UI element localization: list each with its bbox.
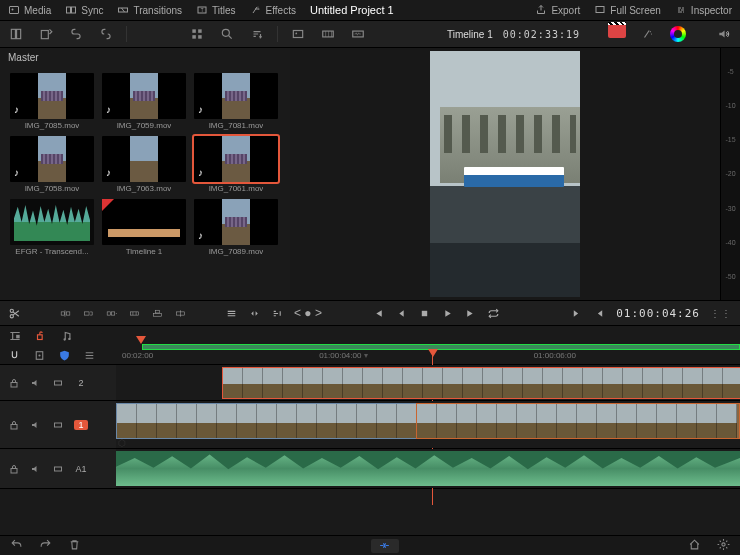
place-on-top-icon[interactable] (151, 307, 164, 320)
clip-item[interactable]: ♪IMG_7059.mov (102, 73, 186, 130)
clip-item[interactable]: ♪IMG_7063.mov (102, 136, 186, 193)
media-tab[interactable]: Media (8, 4, 51, 16)
more-icon[interactable]: ⋮⋮ (710, 308, 732, 319)
timeline-lock-icon[interactable] (8, 329, 22, 343)
timeline-item[interactable]: Timeline 1 (102, 199, 186, 256)
clip-item[interactable]: ♪IMG_7085.mov (10, 73, 94, 130)
playhead[interactable] (428, 349, 438, 357)
tools-icon[interactable] (225, 307, 238, 320)
viewer-canvas[interactable] (290, 48, 720, 300)
record-timecode: 01:00:04:26 (616, 307, 700, 320)
mini-playhead[interactable] (136, 336, 146, 344)
mute-icon[interactable] (30, 377, 42, 389)
titles-tab[interactable]: TTitles (196, 4, 236, 16)
grid-view-icon[interactable] (187, 24, 207, 44)
bin-label[interactable]: Master (0, 48, 290, 67)
audio-clip[interactable] (116, 451, 740, 486)
track-lane[interactable]: ⬡ (116, 401, 740, 448)
track-header[interactable]: 1 (0, 401, 116, 448)
ripple-icon[interactable] (105, 307, 118, 320)
video-clip[interactable] (116, 403, 416, 439)
timeline-extent (142, 344, 740, 350)
redo-icon[interactable] (39, 538, 52, 553)
timeline-name-label[interactable]: Timeline 1 (447, 29, 493, 40)
next-clip-icon[interactable] (570, 307, 583, 320)
svg-rect-2 (67, 7, 71, 13)
visibility-icon[interactable] (52, 419, 64, 431)
smart-insert-icon[interactable] (59, 307, 72, 320)
slate-icon[interactable] (608, 24, 628, 44)
search-icon[interactable] (217, 24, 237, 44)
stop-icon[interactable] (418, 307, 431, 320)
svg-point-39 (68, 338, 70, 340)
list-icon[interactable] (83, 349, 96, 362)
mute-icon[interactable] (30, 419, 42, 431)
track-header[interactable]: 2 (0, 365, 116, 400)
source-overwrite-icon[interactable] (174, 307, 187, 320)
clip-item-selected[interactable]: ♪IMG_7061.mov (194, 136, 278, 193)
settings-icon[interactable] (717, 538, 730, 553)
prev-clip-icon[interactable] (593, 307, 606, 320)
trash-icon[interactable] (68, 538, 81, 553)
lock-icon[interactable] (8, 377, 20, 389)
audio-sync-icon[interactable] (60, 329, 74, 343)
svg-rect-16 (198, 35, 202, 39)
image-view-icon[interactable] (288, 24, 308, 44)
transition-icon[interactable] (248, 307, 261, 320)
track-header[interactable]: A1 (0, 449, 116, 488)
shield-icon[interactable] (58, 349, 71, 362)
marker-icon[interactable] (33, 349, 46, 362)
music-icon: ♪ (198, 230, 203, 241)
svg-rect-37 (38, 335, 43, 340)
fullscreen-button[interactable]: Full Screen (594, 4, 661, 16)
bypass-fx-icon[interactable] (638, 24, 658, 44)
time-ruler[interactable]: 00:02:00 01:00:04:00 ▾ 01:00:06:00 (116, 351, 740, 360)
markers-icon[interactable] (271, 307, 284, 320)
color-wheel-icon[interactable] (668, 24, 688, 44)
video-clip[interactable] (222, 367, 740, 399)
track-lane[interactable] (116, 365, 740, 400)
clip-item[interactable]: ♪IMG_7081.mov (194, 73, 278, 130)
export-button[interactable]: Export (535, 4, 580, 16)
track-lane[interactable] (116, 449, 740, 488)
stacked-view-icon[interactable] (6, 24, 26, 44)
step-back-icon[interactable] (395, 307, 408, 320)
scissors-icon[interactable] (8, 307, 21, 320)
video-track-1: 1 ⬡ (0, 400, 740, 448)
link-icon[interactable] (66, 24, 86, 44)
lock-icon[interactable] (8, 419, 20, 431)
visibility-icon[interactable] (52, 377, 64, 389)
visibility-icon[interactable] (52, 463, 64, 475)
cut-page-icon[interactable] (371, 539, 399, 553)
svg-point-48 (722, 543, 725, 546)
video-clip[interactable] (416, 403, 740, 439)
undo-icon[interactable] (10, 538, 23, 553)
effects-tab[interactable]: Effects (250, 4, 296, 16)
audio-clip-item[interactable]: EFGR - Transcend... (10, 199, 94, 256)
play-icon[interactable] (441, 307, 454, 320)
skip-fwd-icon[interactable] (464, 307, 477, 320)
sort-icon[interactable] (247, 24, 267, 44)
clip-item[interactable]: ♪IMG_7058.mov (10, 136, 94, 193)
home-icon[interactable] (688, 538, 701, 553)
append-icon[interactable] (82, 307, 95, 320)
source-timecode: 00:02:33:19 (503, 29, 580, 40)
speaker-icon[interactable] (714, 24, 734, 44)
track-selector-icon[interactable] (34, 329, 48, 343)
filmstrip-icon[interactable] (318, 24, 338, 44)
close-up-icon[interactable] (128, 307, 141, 320)
mute-icon[interactable] (30, 463, 42, 475)
loop-icon[interactable] (487, 307, 500, 320)
transitions-tab[interactable]: Transitions (117, 4, 182, 16)
clip-item[interactable]: ♪IMG_7089.mov (194, 199, 278, 256)
inspector-button[interactable]: Inspector (675, 4, 732, 16)
sync-tab[interactable]: Sync (65, 4, 103, 16)
audio-view-icon[interactable] (348, 24, 368, 44)
lock-icon[interactable] (8, 463, 20, 475)
top-menubar: Media Sync Transitions TTitles Effects U… (0, 0, 740, 20)
import-media-icon[interactable] (36, 24, 56, 44)
music-icon: ♪ (106, 104, 111, 115)
snap-icon[interactable] (8, 349, 21, 362)
skip-back-icon[interactable] (372, 307, 385, 320)
unlink-icon[interactable] (96, 24, 116, 44)
